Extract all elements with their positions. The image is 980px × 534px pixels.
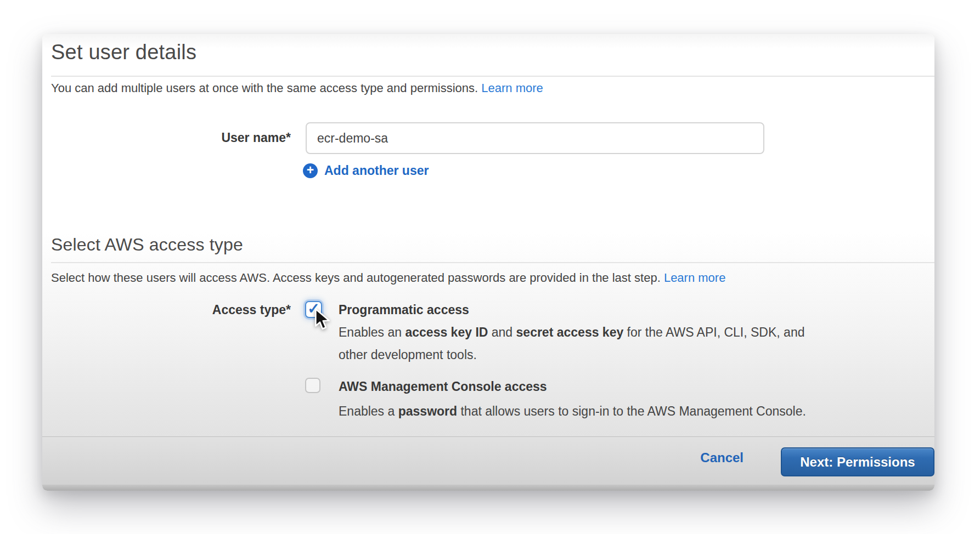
header-description-text: You can add multiple users at once with … — [51, 81, 481, 95]
access-learn-more-link[interactable]: Learn more — [664, 271, 726, 285]
add-another-user-label: Add another user — [324, 163, 429, 178]
console-access-description: Enables a password that allows users to … — [339, 400, 934, 423]
next-permissions-button[interactable]: Next: Permissions — [781, 447, 934, 476]
card-bottom-strip — [42, 485, 934, 491]
header-description: You can add multiple users at once with … — [51, 81, 543, 95]
page-title: Set user details — [51, 41, 196, 64]
section-divider — [51, 262, 934, 263]
console-access-checkbox[interactable] — [305, 378, 320, 393]
access-section-description-text: Select how these users will access AWS. … — [51, 271, 664, 285]
card-content: Set user details You can add multiple us… — [42, 34, 934, 436]
page: { "header": { "title": "Set user details… — [0, 0, 980, 534]
user-name-label: User name* — [51, 130, 291, 145]
console-access-title[interactable]: AWS Management Console access — [339, 379, 547, 394]
access-type-label: Access type* — [51, 303, 291, 317]
wizard-footer: Cancel Next: Permissions — [42, 436, 934, 485]
programmatic-access-checkbox[interactable]: ✓ — [305, 301, 322, 318]
programmatic-access-description: Enables an access key ID and secret acce… — [339, 321, 835, 366]
access-type-section-title: Select AWS access type — [51, 235, 243, 255]
programmatic-access-title[interactable]: Programmatic access — [339, 303, 469, 317]
cancel-button[interactable]: Cancel — [646, 450, 744, 465]
access-section-description: Select how these users will access AWS. … — [51, 271, 725, 285]
plus-icon: + — [303, 163, 318, 178]
set-user-details-card: Set user details You can add multiple us… — [42, 34, 934, 491]
user-name-input[interactable] — [306, 122, 764, 154]
header-learn-more-link[interactable]: Learn more — [481, 81, 543, 95]
checkmark-icon: ✓ — [307, 302, 320, 316]
add-another-user-button[interactable]: + Add another user — [303, 163, 429, 178]
title-divider — [51, 76, 934, 77]
